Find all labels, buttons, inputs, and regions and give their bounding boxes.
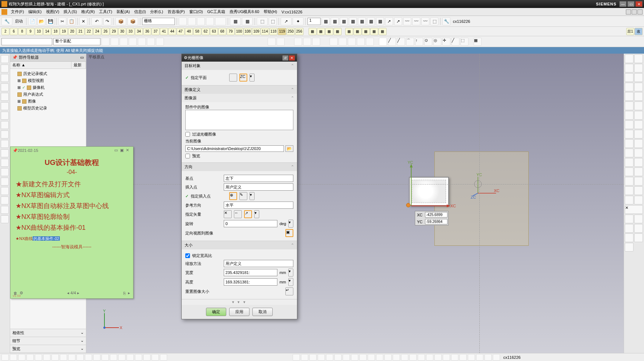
orient-button[interactable]: ▣	[285, 229, 293, 237]
delete-icon[interactable]: ✕	[79, 17, 87, 25]
layer-68[interactable]: 68	[218, 28, 226, 35]
rt-36-icon[interactable]	[625, 224, 633, 233]
image-path-input[interactable]	[185, 145, 284, 152]
sb-15-icon[interactable]	[118, 354, 125, 361]
menu-tools[interactable]: 工具(T)	[97, 9, 114, 14]
nav-col-latest[interactable]: 最新	[71, 62, 86, 69]
xc-input[interactable]	[425, 212, 447, 217]
layer-118[interactable]: 118	[269, 28, 278, 35]
rt-11-icon[interactable]	[625, 101, 633, 110]
nb-tool7-icon[interactable]: ▦	[362, 28, 370, 35]
sb-43-icon[interactable]	[476, 354, 483, 361]
ltab-18-icon[interactable]	[1, 215, 9, 223]
section-target[interactable]: 目标对象⌃	[182, 62, 297, 70]
sb-40-icon[interactable]	[451, 354, 458, 361]
plane-drop-icon[interactable]: ▾	[249, 74, 255, 82]
ltab-2-icon[interactable]	[1, 65, 9, 72]
ltab-3-icon[interactable]	[1, 74, 9, 82]
sel-t9-icon[interactable]	[277, 38, 285, 46]
ltab-13-icon[interactable]	[1, 168, 9, 176]
sel-t15-icon[interactable]	[348, 38, 356, 46]
vec-btn3-icon[interactable]: ↗	[244, 210, 252, 218]
tb-t-icon[interactable]: ↗	[394, 17, 402, 25]
sel-t27-icon[interactable]: ⬚	[461, 38, 468, 46]
tb-q-icon[interactable]: ▦	[367, 17, 375, 25]
sb-5-icon[interactable]	[35, 354, 42, 361]
sb-45-icon[interactable]	[493, 354, 500, 361]
nb-tool9-icon[interactable]: ▦	[379, 28, 387, 35]
cancel-button[interactable]: 取消	[252, 308, 273, 316]
sb-2-icon[interactable]	[10, 354, 17, 361]
sb-37-icon[interactable]	[426, 354, 433, 361]
menu-help[interactable]: 帮助(H)	[261, 9, 279, 14]
sb-33-icon[interactable]	[393, 354, 400, 361]
sel-t6-icon[interactable]	[147, 38, 155, 46]
layer-62[interactable]: 62	[202, 28, 210, 35]
rt-29-icon[interactable]	[625, 186, 633, 195]
ltab-8-icon[interactable]	[1, 121, 9, 129]
menu-yanxiu[interactable]: 燕秀UG模具8.60	[227, 9, 261, 14]
layer-30[interactable]: 30	[118, 28, 126, 35]
nb-tool8-icon[interactable]: ▦	[370, 28, 378, 35]
rt-32-icon[interactable]	[634, 196, 643, 204]
nb-tool4-icon[interactable]: ▦	[334, 28, 342, 35]
dialog-close-icon[interactable]: ✕	[289, 55, 295, 61]
layer-256[interactable]: 256	[295, 28, 304, 35]
menu-version[interactable]: V:cx116226	[279, 10, 305, 14]
sticky-note[interactable]: 📌 2021-02-15 ▭ ▣ ✕ UG设计基础教程 -04- ★新建文件及打…	[10, 146, 133, 299]
rt-24-icon[interactable]	[634, 158, 643, 167]
plane-btn1-icon[interactable]	[229, 74, 237, 82]
sb-4-icon[interactable]	[26, 354, 34, 361]
sel-t10-icon[interactable]	[294, 38, 302, 46]
ltab-5-icon[interactable]	[1, 93, 9, 101]
sub-imgsrc[interactable]: 图像源⌃	[182, 94, 297, 102]
specins-drop-icon[interactable]: ▾	[249, 192, 255, 200]
rt-1-icon[interactable]	[625, 54, 633, 63]
ltab-12-icon[interactable]	[1, 159, 9, 167]
section-dependency[interactable]: 相依性⌄	[10, 329, 86, 337]
base-combo[interactable]: 左下	[224, 175, 293, 182]
ltab-4-icon[interactable]	[1, 83, 9, 91]
section-imgdef[interactable]: 图像定义⌃	[182, 86, 297, 94]
ltab-10-icon[interactable]	[1, 140, 9, 148]
specins-btn2-icon[interactable]: ✎	[239, 192, 247, 200]
sel-t8-icon[interactable]	[268, 38, 276, 46]
part-images-list[interactable]	[185, 110, 293, 130]
sb-20-icon[interactable]	[160, 354, 167, 361]
tb-a-icon[interactable]	[179, 17, 187, 25]
width-input[interactable]	[224, 269, 277, 276]
layer-100[interactable]: 100	[235, 28, 243, 35]
layer-48[interactable]: 48	[185, 28, 193, 35]
layer-19[interactable]: 19	[60, 28, 68, 35]
rt-18-icon[interactable]	[634, 130, 643, 138]
specins-btn-icon[interactable]: ⊕	[229, 192, 237, 200]
rt-9-icon[interactable]	[625, 92, 633, 101]
sel-t22-icon[interactable]: ↑	[415, 38, 423, 46]
menu-info[interactable]: 信息(I)	[132, 9, 148, 14]
modify-label[interactable]: 改	[635, 28, 643, 35]
undo-icon[interactable]: ↶	[91, 17, 102, 25]
tool-dd1-icon[interactable]: 📦	[115, 17, 126, 25]
tb-f-icon[interactable]: ▦	[230, 17, 241, 25]
insert-combo[interactable]: 用户定义	[224, 183, 293, 191]
tb-k-icon[interactable]: ✦	[293, 17, 304, 25]
rt-33-icon[interactable]: ✕	[625, 205, 643, 214]
sb-44-icon[interactable]	[484, 354, 492, 361]
sb-25-icon[interactable]	[326, 354, 333, 361]
sel-t2-icon[interactable]	[111, 38, 119, 46]
sb-29-icon[interactable]	[359, 354, 367, 361]
nb-tool3-icon[interactable]: ▦	[325, 28, 333, 35]
layer-26[interactable]: 26	[102, 28, 110, 35]
sb-22-icon[interactable]	[301, 354, 308, 361]
sb-21-icon[interactable]	[293, 354, 300, 361]
sb-28-icon[interactable]	[351, 354, 358, 361]
layer-37[interactable]: 37	[152, 28, 160, 35]
tb-v-icon[interactable]: 〰	[412, 17, 420, 25]
layer-8[interactable]: 8	[18, 28, 26, 35]
sel-t18-icon[interactable]	[379, 38, 387, 46]
mdi-minimize-icon[interactable]	[626, 9, 631, 14]
rt-7-icon[interactable]	[625, 83, 633, 91]
rt-35-icon[interactable]	[634, 215, 643, 223]
rt-15-icon[interactable]	[625, 120, 633, 129]
sel-t5-icon[interactable]	[138, 38, 146, 46]
